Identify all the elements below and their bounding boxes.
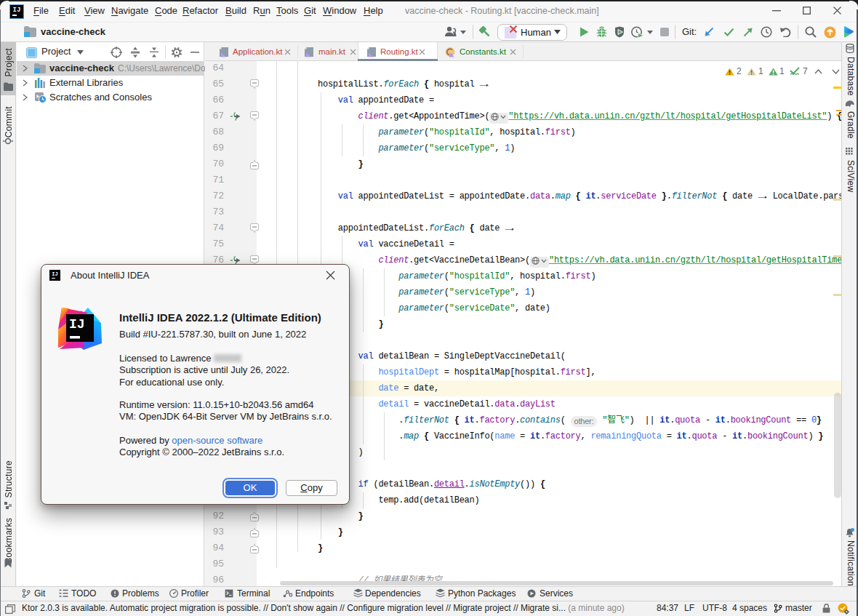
svg-text:IJ: IJ xyxy=(69,317,85,332)
